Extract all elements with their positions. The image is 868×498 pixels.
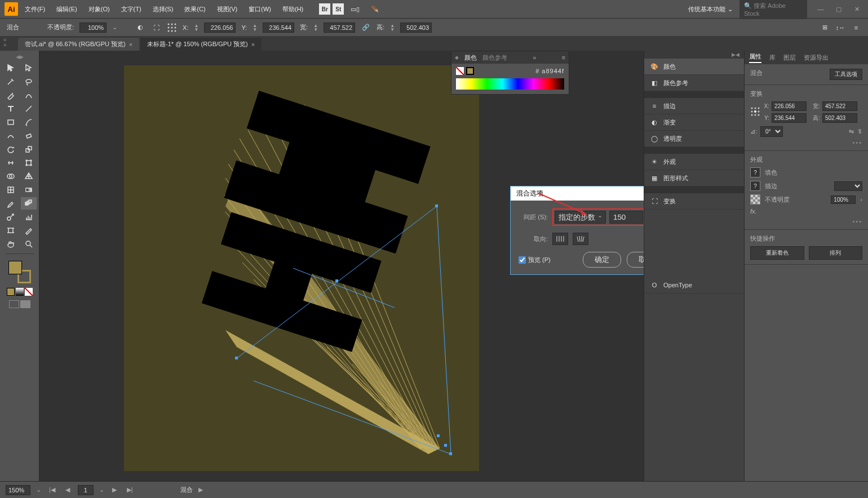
chevron-right-icon[interactable]: › [860,196,862,203]
none-mode-icon[interactable] [25,288,33,296]
h-input[interactable] [822,113,857,123]
color-tab[interactable]: 颜色 [464,54,477,62]
orient-align-path-button[interactable] [573,233,588,245]
stepper-icon[interactable]: ▲▼ [194,24,198,32]
no-fill-icon[interactable] [456,67,464,75]
hand-tool[interactable] [3,238,19,250]
opacity-swatch[interactable] [750,194,760,204]
search-adobe-stock[interactable]: 🔍 搜索 Adobe Stock [739,0,807,19]
arrange-docs-icon[interactable]: ▭▯ [346,3,364,15]
pen-tool[interactable] [3,89,19,101]
zoom-tool[interactable] [21,238,37,250]
prev-artboard-button[interactable]: ◀ [63,486,72,493]
stepper-icon[interactable]: ▲▼ [390,24,395,32]
selection-tool[interactable] [3,62,19,74]
dock-item-appearance[interactable]: ☀外观 [644,154,744,170]
ref-point-picker[interactable] [750,106,759,118]
h-input[interactable] [400,23,432,33]
ok-button[interactable]: 确定 [583,252,621,268]
dock-item-gradient[interactable]: ◐渐变 [644,114,744,131]
flip-h-icon[interactable]: ⇋ [849,128,854,135]
perspective-tool[interactable] [21,170,37,183]
menu-object[interactable]: 对象(O) [84,3,114,16]
scale-tool[interactable] [21,143,37,155]
menu-window[interactable]: 窗口(W) [244,3,276,16]
menu-view[interactable]: 视图(V) [212,3,242,16]
shape-builder-tool[interactable] [3,170,19,183]
isolate-icon[interactable]: ⛶ [151,23,161,33]
artboard-number-input[interactable] [78,485,94,495]
next-artboard-button[interactable]: ▶ [110,486,119,493]
collapse-icon[interactable]: ◀▶ [16,54,24,60]
panel-collapse-icon[interactable]: » [533,54,536,61]
menu-select[interactable]: 选择(S) [148,3,178,16]
flip-v-icon[interactable]: ⥮ [857,128,862,135]
fill-swatch[interactable] [8,261,22,274]
w-input[interactable] [324,23,355,33]
align-icon[interactable]: ⊞ [820,23,830,33]
first-artboard-button[interactable]: |◀ [47,486,57,493]
recolor-icon[interactable]: ◐ [135,23,145,33]
link-wh-icon[interactable]: 🔗 [361,23,371,33]
dock-item-stroke[interactable]: ≡描边 [644,98,744,114]
graph-tool[interactable] [21,211,37,223]
current-color-swatch[interactable] [466,67,474,75]
stepper-icon[interactable]: ▲▼ [313,24,318,32]
recolor-button[interactable]: 重新着色 [750,246,804,260]
gradient-tool[interactable] [21,184,37,196]
window-maximize[interactable]: ▢ [832,6,845,13]
dock-item-opentype[interactable]: OOpenType [644,277,744,294]
dock-item-color-guide[interactable]: ◧颜色参考 [644,75,744,91]
fill-stroke-swatches[interactable] [8,261,31,283]
arrange-button[interactable]: 排列 [809,246,863,260]
color-guide-tab[interactable]: 颜色参考 [482,54,507,62]
more-options-icon[interactable]: ••• [750,139,862,146]
document-tab[interactable]: 未标题-1* @ 150% (RGB/GPU 预览)× [140,38,262,51]
brush-tool[interactable] [21,116,37,128]
dock-item-color[interactable]: 🎨颜色 [644,59,744,75]
dialog-title[interactable]: 混合选项 [511,186,644,201]
menu-file[interactable]: 文件(F) [20,3,50,16]
mesh-tool[interactable] [3,184,19,196]
transform-icon[interactable]: ↕↔ [835,23,845,33]
stock-icon[interactable]: St [333,3,344,15]
symbol-sprayer-tool[interactable] [3,211,19,223]
last-artboard-button[interactable]: ▶| [125,486,135,493]
rectangle-tool[interactable] [3,116,19,128]
menu-edit[interactable]: 编辑(E) [52,3,82,16]
x-input[interactable] [772,101,807,111]
workspace-switcher[interactable]: 传统基本功能 ⌄ [684,3,737,16]
chevron-down-icon[interactable]: ⌄ [112,24,117,31]
more-options-icon[interactable]: ••• [750,218,862,225]
magic-wand-tool[interactable] [3,75,19,88]
window-minimize[interactable]: — [814,6,827,13]
eraser-tool[interactable] [21,130,37,142]
gpu-icon[interactable]: 🪶 [366,3,383,15]
cancel-button[interactable]: 取消 [627,252,644,268]
preview-checkbox[interactable]: 预览 (P) [519,256,551,264]
opacity-input[interactable] [831,195,856,204]
canvas[interactable]: ◆ 颜色 颜色参考 » ≡ # a8944f 混合选项 间距 (S): 指定的步… [39,51,644,481]
tab-libraries[interactable]: 库 [769,54,776,62]
panel-menu-icon[interactable]: ≡ [562,54,565,61]
hex-value[interactable]: # a8944f [535,68,564,74]
fill-swatch[interactable]: ? [750,167,760,177]
bridge-icon[interactable]: Br [319,3,330,15]
spacing-value-input[interactable] [609,211,643,224]
w-input[interactable] [822,101,857,111]
dock-item-transparency[interactable]: ◯透明度 [644,131,744,147]
normal-screen-icon[interactable] [9,300,19,308]
angle-select[interactable]: 0° [760,126,783,137]
ref-point-icon[interactable] [167,23,177,33]
line-tool[interactable] [21,103,37,115]
tab-properties[interactable]: 属性 [749,52,761,63]
tab-assets-export[interactable]: 资源导出 [804,54,829,62]
type-tool[interactable] [3,103,19,115]
opacity-input[interactable] [79,23,107,33]
dock-item-transform[interactable]: ⛶变换 [644,193,744,210]
menu-help[interactable]: 帮助(H) [278,3,308,16]
stroke-weight-select[interactable] [834,181,862,191]
chevron-down-icon[interactable]: ⌄ [99,486,104,493]
full-screen-icon[interactable] [20,300,30,308]
panel-menu-icon[interactable]: ≡ [851,23,861,33]
